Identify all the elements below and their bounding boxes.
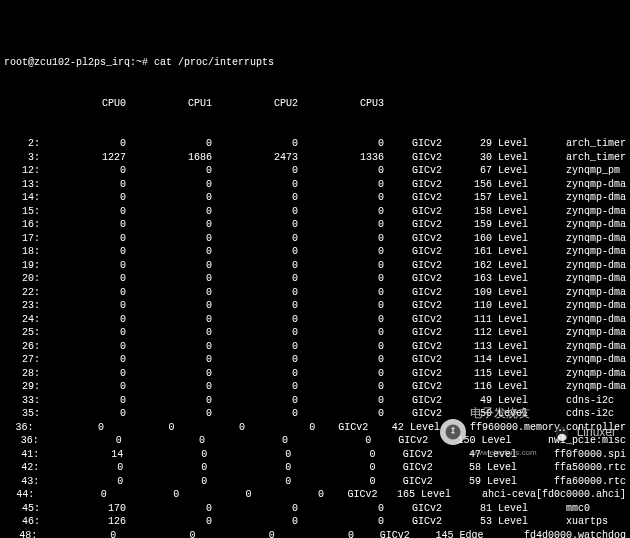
header-cpu1: CPU1 — [126, 97, 212, 111]
table-row: 19:0000GICv2162Levelzynqmp-dma — [4, 259, 626, 273]
table-row: 16:0000GICv2159Levelzynqmp-dma — [4, 218, 626, 232]
table-row: 48:0000GICv2145Edgefd4d0000.watchdog — [4, 529, 626, 539]
table-row: 13:0000GICv2156Levelzynqmp-dma — [4, 178, 626, 192]
table-row: 35:0000GICv250Levelcdns-i2c — [4, 407, 626, 421]
table-row: 29:0000GICv2116Levelzynqmp-dma — [4, 380, 626, 394]
header-cpu2: CPU2 — [212, 97, 298, 111]
interrupt-table: 2:0000GICv229Levelarch_timer3:1227168624… — [4, 137, 626, 538]
table-row: 24:0000GICv2111Levelzynqmp-dma — [4, 313, 626, 327]
header-cpu0: CPU0 — [40, 97, 126, 111]
table-row: 44:0000GICv2165Levelahci-ceva[fd0c0000.a… — [4, 488, 626, 502]
table-row: 2:0000GICv229Levelarch_timer — [4, 137, 626, 151]
table-row: 42:0000GICv258Levelffa50000.rtc — [4, 461, 626, 475]
table-row: 43:0000GICv259Levelffa60000.rtc — [4, 475, 626, 489]
table-row: 18:0000GICv2161Levelzynqmp-dma — [4, 245, 626, 259]
table-row: 28:0000GICv2115Levelzynqmp-dma — [4, 367, 626, 381]
table-row: 27:0000GICv2114Levelzynqmp-dma — [4, 353, 626, 367]
shell-prompt: root@zcu102-pl2ps_irq:~# cat /proc/inter… — [4, 56, 626, 70]
table-row: 41:14000GICv247Levelff0f0000.spi — [4, 448, 626, 462]
table-row: 14:0000GICv2157Levelzynqmp-dma — [4, 191, 626, 205]
table-row: 12:0000GICv267Levelzynqmp_pm — [4, 164, 626, 178]
header-cpu3: CPU3 — [298, 97, 384, 111]
table-row: 36:0000GICv242Levelff960000.memory-contr… — [4, 421, 626, 435]
table-row: 45:170000GICv281Levelmmc0 — [4, 502, 626, 516]
table-row: 15:0000GICv2158Levelzynqmp-dma — [4, 205, 626, 219]
table-row: 3:1227168624731336GICv230Levelarch_timer — [4, 151, 626, 165]
table-row: 20:0000GICv2163Levelzynqmp-dma — [4, 272, 626, 286]
table-row: 23:0000GICv2110Levelzynqmp-dma — [4, 299, 626, 313]
table-row: 26:0000GICv2113Levelzynqmp-dma — [4, 340, 626, 354]
table-row: 36:0000GICv2150Levelnwl_pcie:misc — [4, 434, 626, 448]
table-row: 17:0000GICv2160Levelzynqmp-dma — [4, 232, 626, 246]
table-header: CPU0 CPU1 CPU2 CPU3 — [4, 97, 626, 111]
table-row: 25:0000GICv2112Levelzynqmp-dma — [4, 326, 626, 340]
table-row: 33:0000GICv249Levelcdns-i2c — [4, 394, 626, 408]
table-row: 22:0000GICv2109Levelzynqmp-dma — [4, 286, 626, 300]
table-row: 46:126000GICv253Levelxuartps — [4, 515, 626, 529]
